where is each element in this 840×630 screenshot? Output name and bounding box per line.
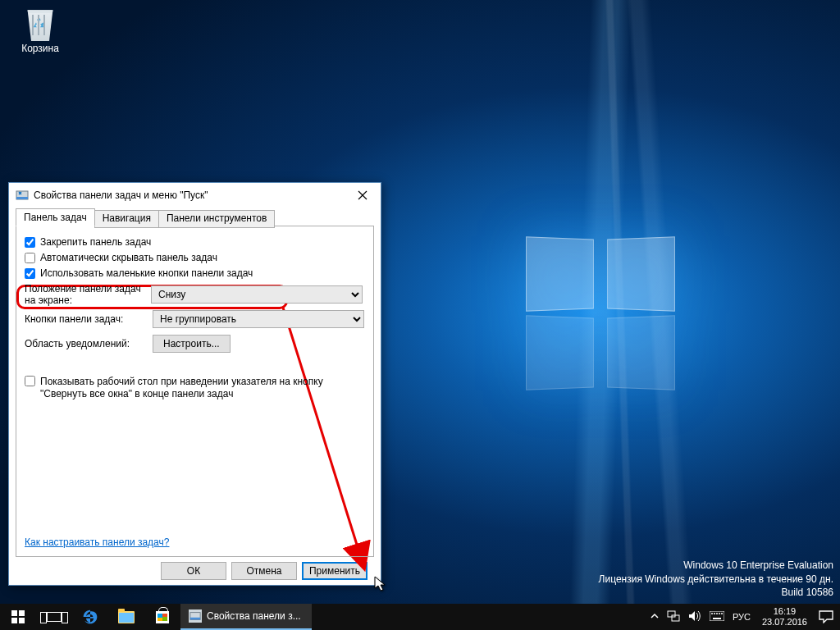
svg-point-13 xyxy=(711,613,713,614)
taskbar-app-properties[interactable]: Свойства панели з... xyxy=(180,604,312,630)
file-explorer-button[interactable] xyxy=(108,604,144,630)
select-position[interactable]: Снизу xyxy=(151,285,363,304)
taskbar-properties-dialog: Свойства панели задач и меню "Пуск" Пане… xyxy=(8,182,381,586)
network-icon[interactable] xyxy=(667,610,680,624)
keyboard-icon[interactable] xyxy=(710,611,724,623)
svg-rect-4 xyxy=(19,610,25,616)
dialog-title: Свойства панели задач и меню "Пуск" xyxy=(34,189,340,201)
chevron-up-icon xyxy=(651,612,659,620)
tab-navigation[interactable]: Навигация xyxy=(94,210,159,228)
dialog-icon xyxy=(16,189,29,202)
apply-button[interactable]: Применить xyxy=(302,562,368,580)
task-view-button[interactable] xyxy=(36,604,72,630)
configure-notif-button[interactable]: Настроить... xyxy=(153,335,231,353)
edge-icon xyxy=(82,609,98,625)
wallpaper-logo xyxy=(525,238,681,394)
volume-icon[interactable] xyxy=(688,610,701,624)
checkbox-peek-input[interactable] xyxy=(25,376,35,386)
recycle-bin-label: Корзина xyxy=(11,43,69,54)
language-indicator[interactable]: РУС xyxy=(733,612,751,622)
tray-overflow-button[interactable] xyxy=(651,611,659,623)
svg-rect-3 xyxy=(11,610,17,616)
tab-taskbar[interactable]: Панель задач xyxy=(16,208,95,226)
taskbar-app-label: Свойства панели з... xyxy=(207,610,301,622)
svg-point-15 xyxy=(716,613,718,614)
ok-button[interactable]: ОК xyxy=(161,562,226,580)
tabstrip: Панель задач Навигация Панели инструмент… xyxy=(16,208,374,226)
svg-point-17 xyxy=(721,613,723,614)
store-icon xyxy=(156,611,169,623)
titlebar[interactable]: Свойства панели задач и меню "Пуск" xyxy=(9,183,381,208)
taskbar-app-icon xyxy=(189,609,202,623)
windows-logo-icon xyxy=(11,610,25,623)
edge-button[interactable] xyxy=(72,604,108,630)
cancel-button[interactable]: Отмена xyxy=(231,562,297,580)
clock-date: 23.07.2016 xyxy=(762,617,807,628)
checkbox-autohide-input[interactable] xyxy=(25,253,35,263)
svg-rect-6 xyxy=(19,618,25,623)
taskbar: Свойства панели з... РУС 16:19 23.07.201… xyxy=(0,604,840,630)
action-center-button[interactable] xyxy=(819,610,833,623)
checkbox-small-buttons-input[interactable] xyxy=(25,268,35,279)
checkbox-peek[interactable]: Показывать рабочий стол при наведении ук… xyxy=(25,376,365,401)
checkbox-autohide[interactable]: Автоматически скрывать панель задач xyxy=(25,252,365,263)
checkbox-small-buttons[interactable]: Использовать маленькие кнопки панели зад… xyxy=(25,267,365,279)
svg-rect-11 xyxy=(710,611,724,621)
close-icon xyxy=(358,190,368,200)
task-view-icon xyxy=(47,612,62,622)
tab-toolbars[interactable]: Панели инструментов xyxy=(158,210,275,228)
trash-icon xyxy=(22,3,58,41)
tab-panel: Закрепить панель задач Автоматически скр… xyxy=(16,226,374,557)
notification-icon xyxy=(819,610,833,623)
svg-rect-1 xyxy=(16,197,28,199)
select-buttons[interactable]: Не группировать xyxy=(153,310,364,328)
label-buttons: Кнопки панели задач: xyxy=(25,313,148,325)
clock[interactable]: 16:19 23.07.2016 xyxy=(759,606,810,627)
start-button[interactable] xyxy=(0,604,36,630)
svg-rect-5 xyxy=(11,618,17,623)
help-link[interactable]: Как настраивать панели задач? xyxy=(25,536,169,548)
svg-rect-8 xyxy=(190,618,200,620)
folder-icon xyxy=(118,611,135,623)
close-button[interactable] xyxy=(345,183,381,208)
store-button[interactable] xyxy=(144,604,180,630)
label-position: Положение панели задач на экране: xyxy=(25,283,146,307)
svg-point-16 xyxy=(719,613,720,614)
svg-point-14 xyxy=(714,613,715,614)
checkbox-lock-taskbar[interactable]: Закрепить панель задач xyxy=(25,236,365,248)
clock-time: 16:19 xyxy=(762,606,807,617)
system-tray: РУС 16:19 23.07.2016 xyxy=(647,604,840,630)
svg-rect-12 xyxy=(713,618,721,619)
label-notification-area: Область уведомлений: xyxy=(25,338,148,349)
recycle-bin-icon[interactable]: Корзина xyxy=(11,3,69,54)
windows-watermark: Windows 10 Enterprise Evaluation Лицензи… xyxy=(599,559,833,599)
checkbox-lock-taskbar-input[interactable] xyxy=(25,237,35,248)
